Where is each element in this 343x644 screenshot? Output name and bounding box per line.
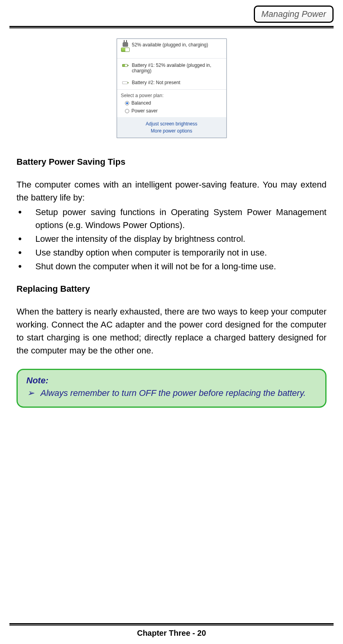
plan-balanced-option[interactable]: Balanced bbox=[117, 99, 226, 107]
tips-heading: Battery Power Saving Tips bbox=[17, 157, 326, 167]
replace-body: When the battery is nearly exhausted, th… bbox=[17, 305, 326, 357]
more-options-link[interactable]: More power options bbox=[151, 128, 192, 134]
page-number: Chapter Three - 20 bbox=[9, 629, 334, 638]
tip-item: Use standby option when computer is temp… bbox=[17, 246, 326, 259]
radio-checked-icon bbox=[125, 101, 129, 105]
tips-intro: The computer comes with an intelligent p… bbox=[17, 178, 326, 204]
note-list: Always remember to turn OFF the power be… bbox=[26, 386, 317, 399]
header-title-box: Managing Power bbox=[254, 6, 334, 23]
battery-missing-icon bbox=[121, 80, 129, 85]
plan-saver-label: Power saver bbox=[132, 108, 158, 114]
power-popup: 52% available (plugged in, charging) Bat… bbox=[117, 39, 227, 138]
tips-list: Setup power saving functions in Operatin… bbox=[17, 206, 326, 273]
note-item: Always remember to turn OFF the power be… bbox=[26, 386, 317, 399]
page-footer: Chapter Three - 20 bbox=[9, 620, 334, 638]
footer-rule bbox=[9, 623, 334, 626]
brightness-link[interactable]: Adjust screen brightness bbox=[146, 121, 197, 127]
tip-item: Lower the intensity of the display by br… bbox=[17, 232, 326, 245]
battery-icon bbox=[121, 63, 129, 68]
power-plan-label: Select a power plan: bbox=[117, 90, 226, 99]
tip-item: Setup power saving functions in Operatin… bbox=[17, 206, 326, 232]
header-title: Managing Power bbox=[261, 9, 326, 19]
plan-balanced-label: Balanced bbox=[132, 100, 151, 106]
radio-unchecked-icon bbox=[125, 109, 129, 113]
plug-battery-icon bbox=[121, 42, 129, 54]
tip-item: Shut down the computer when it will not … bbox=[17, 260, 326, 273]
plan-saver-option[interactable]: Power saver bbox=[117, 107, 226, 115]
replace-heading: Replacing Battery bbox=[17, 284, 326, 294]
battery2-text: Battery #2: Not present bbox=[132, 80, 180, 85]
note-box: Note: Always remember to turn OFF the po… bbox=[17, 369, 326, 408]
power-summary-text: 52% available (plugged in, charging) bbox=[132, 42, 208, 48]
header-rule bbox=[9, 26, 334, 28]
battery1-text: Battery #1: 52% available (plugged in, c… bbox=[132, 63, 222, 74]
page-header: Managing Power bbox=[0, 0, 343, 28]
note-title: Note: bbox=[26, 375, 317, 386]
